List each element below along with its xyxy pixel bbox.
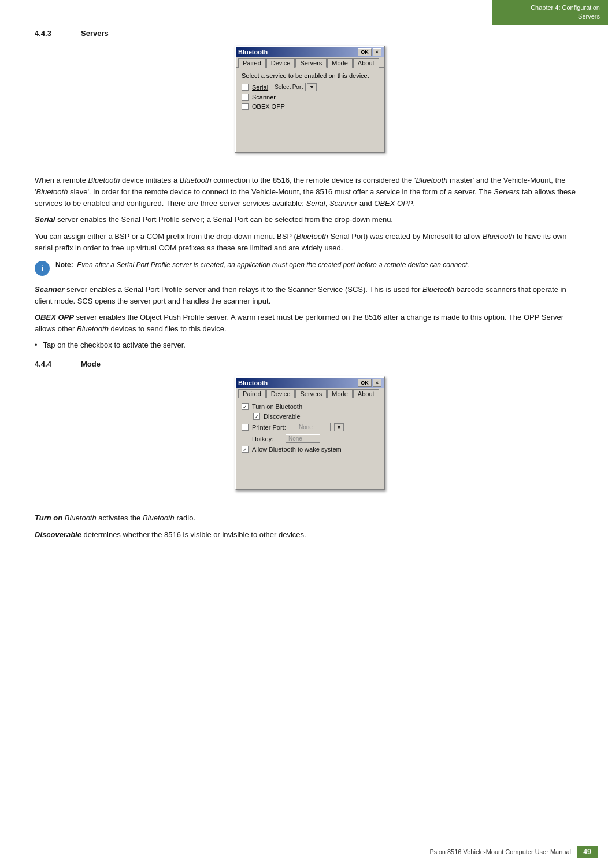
service-obex-row: OBEX OPP (242, 103, 378, 110)
dialog-titlebar: Bluetooth OK × (236, 47, 384, 57)
mode-tab-about[interactable]: About (353, 389, 379, 398)
mode-dialog-body: Turn on Bluetooth Discoverable Printer P… (236, 398, 384, 489)
section-443-num: 4.4.3 (35, 29, 81, 38)
note-text-content: Note: Even after a Serial Port Profile s… (55, 260, 469, 270)
dialog-tabs: Paired Device Servers Mode About (236, 57, 384, 68)
section-443-heading: 4.4.3 Servers (35, 29, 585, 38)
servers-para4: Scanner server enables a Serial Port Pro… (35, 284, 585, 307)
bluetooth-dialog-servers: Bluetooth OK × Paired Device Servers Mod… (235, 46, 385, 153)
wake-checkbox[interactable] (242, 446, 249, 453)
chapter-bar: Chapter 4: Configuration Servers (492, 0, 608, 25)
mode-para1: Turn on Bluetooth activates the Bluetoot… (35, 512, 585, 524)
serial-label: Serial (252, 84, 268, 91)
printer-port-value: None (296, 423, 331, 431)
section-444-num: 4.4.4 (35, 360, 81, 368)
select-port-label: Select Port (272, 83, 306, 91)
text-block-mode: Turn on Bluetooth activates the Bluetoot… (35, 512, 585, 540)
tab-about[interactable]: About (353, 58, 379, 68)
section-443-title: Servers (81, 29, 109, 38)
discoverable-row: Discoverable (253, 413, 378, 420)
hotkey-row: Hotkey: None (242, 434, 378, 443)
mode-tab-servers[interactable]: Servers (295, 389, 327, 398)
servers-para2: Serial server enables the Serial Port Pr… (35, 214, 585, 226)
mode-tab-device[interactable]: Device (266, 389, 295, 398)
wake-row: Allow Bluetooth to wake system (242, 446, 378, 453)
chapter-line1: Chapter 4: Configuration (501, 3, 600, 12)
serial-checkbox[interactable] (242, 84, 249, 91)
mode-para2: Discoverable determines whether the 8516… (35, 529, 585, 541)
printer-port-row: Printer Port: None ▼ (242, 423, 378, 431)
bullet-symbol: • (35, 341, 38, 349)
obex-checkbox[interactable] (242, 103, 249, 110)
scanner-checkbox[interactable] (242, 94, 249, 101)
servers-para5: OBEX OPP server enables the Object Push … (35, 312, 585, 335)
mode-titlebar-buttons: OK × (358, 379, 381, 387)
titlebar-buttons: OK × (358, 48, 381, 56)
footer-text: Psion 8516 Vehicle-Mount Computer User M… (429, 848, 571, 855)
printer-port-arrow[interactable]: ▼ (334, 423, 344, 431)
scanner-label: Scanner (252, 94, 276, 101)
discoverable-label: Discoverable (264, 413, 301, 420)
bullet-tap-checkbox: • Tap on the checkbox to activate the se… (35, 341, 585, 349)
hotkey-label: Hotkey: (242, 435, 282, 442)
turn-on-label: Turn on Bluetooth (252, 403, 302, 410)
printer-port-label: Printer Port: (252, 424, 292, 431)
servers-para1: When a remote Bluetooth device initiates… (35, 175, 585, 209)
section-444-heading: 4.4.4 Mode (35, 360, 585, 368)
hotkey-value: None (286, 434, 320, 443)
obex-label: OBEX OPP (252, 103, 285, 110)
discoverable-checkbox[interactable] (253, 413, 260, 420)
select-port-dropdown-arrow[interactable]: ▼ (307, 83, 317, 91)
text-block-servers: When a remote Bluetooth device initiates… (35, 175, 585, 254)
note-box: i Note: Even after a Serial Port Profile… (35, 260, 585, 276)
printer-port-checkbox[interactable] (242, 424, 249, 431)
mode-tab-mode[interactable]: Mode (327, 389, 353, 398)
dialog-body: Select a service to be enabled on this d… (236, 68, 384, 152)
dialog-title: Bluetooth (238, 49, 268, 56)
dialog-ok-button[interactable]: OK (358, 48, 372, 56)
mode-dialog-ok-button[interactable]: OK (358, 379, 372, 387)
turn-on-row: Turn on Bluetooth (242, 403, 378, 410)
mode-dialog-tabs: Paired Device Servers Mode About (236, 388, 384, 398)
tab-servers[interactable]: Servers (295, 58, 327, 68)
service-scanner-row: Scanner (242, 94, 378, 101)
tab-paired[interactable]: Paired (238, 58, 266, 68)
mode-dialog-title: Bluetooth (238, 379, 268, 386)
section-444-title: Mode (81, 360, 101, 368)
mode-dialog-close-button[interactable]: × (373, 379, 381, 387)
tab-mode[interactable]: Mode (327, 58, 353, 68)
discoverable-subrow: Discoverable (242, 413, 378, 420)
bullet-text: Tap on the checkbox to activate the serv… (43, 341, 186, 349)
footer-page-number: 49 (577, 846, 598, 858)
mode-tab-paired[interactable]: Paired (238, 389, 266, 398)
page-footer: Psion 8516 Vehicle-Mount Computer User M… (0, 846, 608, 858)
turn-on-checkbox[interactable] (242, 403, 249, 410)
bluetooth-dialog-mode: Bluetooth OK × Paired Device Servers Mod… (235, 376, 385, 490)
mode-dialog-titlebar: Bluetooth OK × (236, 378, 384, 388)
dialog-body-text: Select a service to be enabled on this d… (242, 72, 378, 79)
dialog-close-button[interactable]: × (373, 48, 381, 56)
select-port-control: Select Port ▼ (272, 83, 317, 91)
tab-device[interactable]: Device (266, 58, 295, 68)
service-serial-row: Serial Select Port ▼ (242, 83, 378, 91)
text-block-servers2: Scanner server enables a Serial Port Pro… (35, 284, 585, 335)
info-icon: i (35, 261, 50, 276)
servers-para3: You can assign either a BSP or a COM pre… (35, 231, 585, 254)
wake-label: Allow Bluetooth to wake system (252, 446, 342, 453)
chapter-line2: Servers (501, 12, 600, 21)
